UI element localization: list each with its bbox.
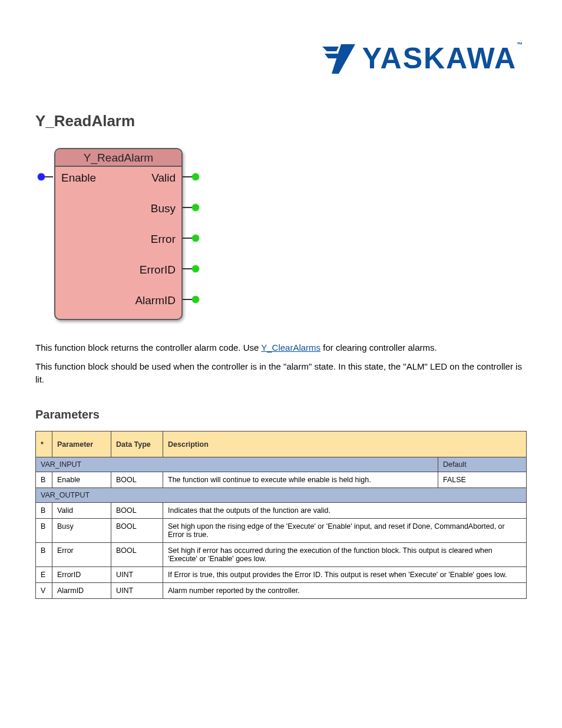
port-enable: Enable (61, 172, 96, 185)
pin-busy-icon (192, 204, 199, 211)
yaskawa-mark-icon (319, 42, 356, 75)
function-block-diagram: Y_ReadAlarm Enable Valid Busy Error Erro… (40, 148, 527, 320)
description: This function block returns the controll… (35, 341, 527, 386)
port-errorid: ErrorID (140, 263, 176, 276)
port-error: Error (151, 233, 176, 246)
port-alarmid: AlarmID (135, 294, 176, 307)
table-row: B Enable BOOL The function will continue… (36, 472, 527, 488)
col-flag: * (36, 431, 52, 457)
col-param: Parameter (52, 431, 111, 457)
table-row: B Busy BOOL Set high upon the rising edg… (36, 519, 527, 543)
pin-enable-icon (38, 173, 45, 180)
var-input-label: VAR_INPUT (36, 457, 438, 472)
table-row: V AlarmID UINT Alarm number reported by … (36, 583, 527, 599)
brand-logo: YASKAWA™ (319, 41, 524, 75)
pin-valid-icon (192, 173, 199, 180)
page-title: Y_ReadAlarm (35, 112, 527, 130)
table-row: B Valid BOOL Indicates that the outputs … (36, 503, 527, 519)
default-header: Default (438, 457, 527, 472)
var-output-label: VAR_OUTPUT (36, 488, 527, 503)
table-row: E ErrorID UINT If Error is true, this ou… (36, 567, 527, 583)
desc-text: for clearing controller alarms. (320, 342, 437, 353)
port-busy: Busy (151, 202, 176, 215)
col-desc: Description (163, 431, 527, 457)
desc-text: This function block should be used when … (35, 361, 522, 384)
port-valid: Valid (151, 172, 176, 185)
desc-text: This function block returns the controll… (35, 342, 261, 353)
parameters-heading: Parameters (35, 408, 527, 421)
pin-alarmid-icon (192, 296, 199, 303)
y-clearalarms-link[interactable]: Y_ClearAlarms (261, 342, 320, 353)
table-row: B Error BOOL Set high if error has occur… (36, 543, 527, 567)
parameters-table: * Parameter Data Type Description VAR_IN… (35, 431, 527, 599)
var-input-section: VAR_INPUT Default (36, 457, 527, 472)
fb-header: Y_ReadAlarm (55, 149, 181, 167)
pin-errorid-icon (192, 265, 199, 272)
brand-text: YASKAWA™ (362, 41, 524, 75)
col-type: Data Type (111, 431, 163, 457)
var-output-section: VAR_OUTPUT (36, 488, 527, 503)
table-header-row: * Parameter Data Type Description (36, 431, 527, 457)
pin-error-icon (192, 235, 199, 242)
